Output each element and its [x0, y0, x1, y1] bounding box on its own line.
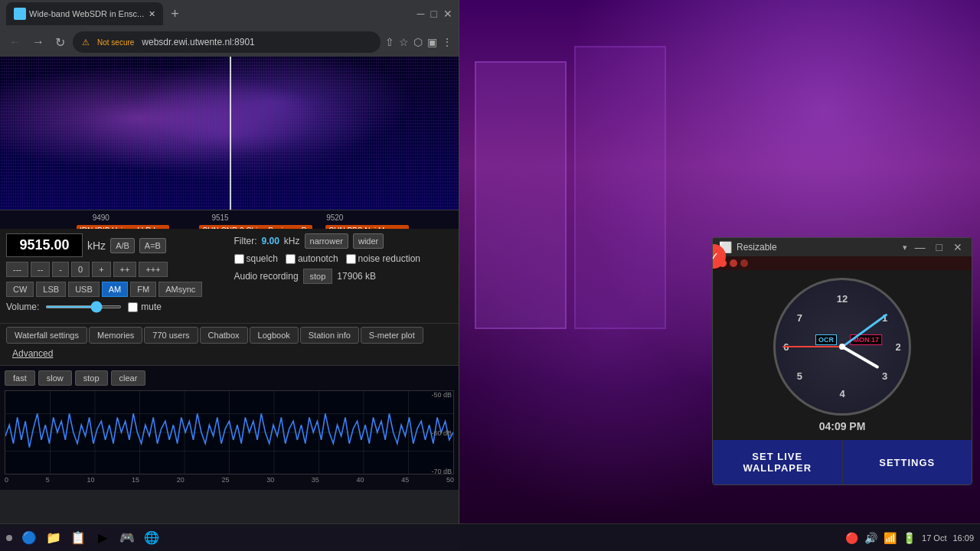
wave-stop-button[interactable]: stop — [75, 370, 108, 386]
filter-label: Filter: — [234, 236, 257, 246]
clock-num-12: 12 — [837, 293, 848, 305]
tab-logbook[interactable]: Logbook — [250, 327, 299, 344]
analog-clock: 12 1 2 3 4 5 6 7 OCR MON 17 — [773, 278, 911, 416]
close-button[interactable]: ✕ — [443, 8, 452, 20]
widget-maximize[interactable]: □ — [933, 241, 946, 253]
advanced-link[interactable]: Advanced — [6, 345, 59, 362]
new-tab-button[interactable]: + — [166, 6, 184, 22]
taskbar-youtube-icon[interactable]: ▶ — [92, 527, 113, 549]
settings-button[interactable]: SETTINGS — [842, 440, 972, 484]
controls-panel: 9515.00 kHz A/B A=B --- -- - 0 + ++ +++ … — [0, 229, 459, 323]
wave-slow-button[interactable]: slow — [38, 370, 72, 386]
band-labels: IRN IRIB Voice of I.R.Iran CHN CNR 2 Chi… — [0, 225, 459, 229]
tab-waterfall-settings[interactable]: Waterfall settings — [6, 327, 87, 344]
widget-footer-buttons: SET LIVE WALLPAPER SETTINGS — [713, 440, 972, 484]
mode-lsb[interactable]: LSB — [36, 282, 66, 297]
extensions-icon[interactable]: ⬡ — [413, 36, 423, 48]
reload-button[interactable]: ↻ — [52, 32, 68, 53]
bookmark-icon[interactable]: ☆ — [399, 36, 409, 48]
tray-record-icon[interactable]: 🔴 — [845, 532, 858, 544]
tab-s-meter-plot[interactable]: S-meter plot — [361, 327, 423, 344]
narrower-button[interactable]: narrower — [305, 233, 348, 249]
band-label-cnr2: CHN CNR 2 China Business R. — [199, 225, 312, 229]
hour-hand — [841, 345, 880, 369]
volume-slider[interactable] — [45, 305, 122, 308]
widget-titlebar: ⬜ Resizable ▾ — □ ✕ — [713, 238, 972, 256]
mode-usb[interactable]: USB — [68, 282, 100, 297]
maximize-button[interactable]: □ — [431, 8, 437, 20]
mode-fm[interactable]: FM — [130, 282, 156, 297]
tray-audio-icon[interactable]: 🔊 — [864, 532, 877, 544]
profile-icon[interactable]: ▣ — [427, 36, 437, 48]
mute-label: mute — [128, 302, 162, 312]
spectrum-canvas — [0, 57, 459, 210]
mute-checkbox[interactable] — [128, 302, 138, 312]
step-plus1[interactable]: + — [92, 262, 110, 277]
audio-recording-row: Audio recording stop 17906 kB — [234, 269, 453, 284]
digital-time-display: 04:09 PM — [819, 420, 866, 432]
resize-arrow: ▾ — [903, 243, 907, 253]
clock-num-4: 4 — [839, 387, 844, 399]
mode-amsync[interactable]: AMsync — [158, 282, 202, 297]
taskbar-date: 17 Oct — [922, 533, 946, 543]
aeb-button[interactable]: A=B — [139, 238, 166, 253]
step-minus1[interactable]: - — [52, 262, 69, 277]
db-label-50: -50 dB — [431, 391, 452, 399]
band-label-pbs: CHN PBS Nei Menggu — [325, 225, 409, 229]
time-labels: 0 5 10 15 20 25 30 35 40 45 50 — [5, 474, 454, 485]
taskbar-globe-icon[interactable]: 🌐 — [141, 527, 162, 549]
mode-am[interactable]: AM — [102, 282, 129, 297]
active-tab[interactable]: Wide-band WebSDR in Ensc... ✕ — [6, 2, 163, 25]
ab-button[interactable]: A/B — [110, 238, 135, 253]
step-plus2[interactable]: ++ — [113, 262, 137, 277]
wider-button[interactable]: wider — [353, 233, 384, 249]
set-live-wallpaper-button[interactable]: SET LIVE WALLPAPER — [713, 440, 842, 484]
wave-clear-button[interactable]: clear — [111, 370, 146, 386]
clock-body: 12 1 2 3 4 5 6 7 OCR MON 17 0 — [713, 270, 972, 440]
filter-value: 9.00 — [262, 236, 279, 246]
widget-close[interactable]: ✕ — [950, 241, 965, 253]
tuner-line — [230, 57, 231, 210]
audio-size: 17906 kB — [337, 271, 376, 282]
step-minus2[interactable]: -- — [31, 262, 50, 277]
url-bar[interactable]: ⚠ Not secure websdr.ewi.utwente.nl:8901 — [73, 31, 381, 53]
spectrum-display[interactable]: 9490 9515 9520 IRN IRIB Voice of I.R.Ira… — [0, 57, 459, 229]
autonotch-option: autonotch — [286, 253, 338, 264]
security-label: Not secure — [94, 35, 137, 50]
back-button[interactable]: ← — [6, 32, 24, 52]
audio-stop-button[interactable]: stop — [303, 269, 333, 284]
step-minus3[interactable]: --- — [6, 262, 28, 277]
step-plus3[interactable]: +++ — [139, 262, 167, 277]
frequency-display[interactable]: 9515.00 — [6, 233, 83, 257]
wave-fast-button[interactable]: fast — [5, 370, 35, 386]
db-label-70: -70 dB — [431, 468, 452, 474]
tab-users[interactable]: 770 users — [144, 327, 198, 344]
second-hand — [782, 346, 842, 347]
step-zero[interactable]: 0 — [71, 262, 90, 277]
minimize-button[interactable]: ─ — [417, 8, 425, 20]
panel-tab-bar: Waterfall settings Memories 770 users Ch… — [0, 323, 459, 366]
tab-close-button[interactable]: ✕ — [149, 9, 155, 19]
taskbar-files-icon[interactable]: 📁 — [43, 527, 64, 549]
autonotch-checkbox[interactable] — [286, 254, 296, 264]
squelch-checkbox[interactable] — [234, 254, 244, 264]
taskbar-chrome-icon[interactable]: 🔵 — [18, 527, 40, 549]
forward-button[interactable]: → — [29, 32, 47, 52]
mode-buttons: CW LSB USB AM FM AMsync — [6, 282, 225, 297]
tray-battery-icon[interactable]: 🔋 — [903, 532, 916, 544]
taskbar-games-icon[interactable]: 🎮 — [116, 527, 138, 549]
taskbar-docs-icon[interactable]: 📋 — [67, 527, 89, 549]
tray-wifi-icon[interactable]: 📶 — [884, 532, 897, 544]
freq-label-1: 9490 — [93, 214, 109, 222]
tab-memories[interactable]: Memories — [89, 327, 142, 344]
frequency-scale: 9490 9515 9520 — [0, 210, 459, 225]
menu-icon[interactable]: ⋮ — [442, 36, 452, 48]
widget-minimize[interactable]: — — [912, 241, 929, 253]
mode-cw[interactable]: CW — [6, 282, 34, 297]
tab-chatbox[interactable]: Chatbox — [200, 327, 248, 344]
clock-num-3: 3 — [882, 370, 887, 382]
audio-recording-label: Audio recording — [234, 271, 299, 282]
noise-reduction-checkbox[interactable] — [346, 254, 356, 264]
tab-station-info[interactable]: Station info — [300, 327, 359, 344]
share-icon[interactable]: ⇧ — [385, 36, 394, 48]
